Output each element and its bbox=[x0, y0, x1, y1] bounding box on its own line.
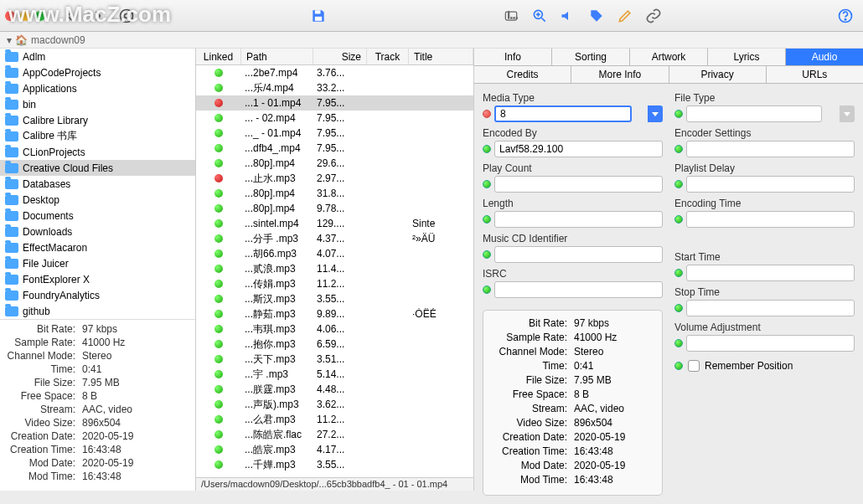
col-path[interactable]: Path bbox=[241, 49, 313, 64]
file-row[interactable]: ...1 - 01.mp47.95... bbox=[196, 95, 473, 111]
info-value: AAC, video bbox=[82, 404, 132, 417]
music-cd-input[interactable] bbox=[494, 246, 663, 263]
col-title[interactable]: Title bbox=[409, 49, 473, 64]
file-type-input[interactable] bbox=[686, 105, 822, 122]
tab-lyrics[interactable]: Lyrics bbox=[708, 49, 786, 65]
file-path: ...千嬅.mp3 bbox=[241, 458, 313, 472]
file-row[interactable]: ..._ - 01.mp47.95... bbox=[196, 126, 473, 141]
sidebar-folder-item[interactable]: Databases bbox=[0, 176, 195, 192]
col-track[interactable]: Track bbox=[367, 49, 409, 64]
file-row[interactable]: ...乐/4.mp433.2... bbox=[196, 80, 473, 95]
encoding-time-input[interactable] bbox=[686, 211, 855, 228]
isrc-input[interactable] bbox=[494, 281, 663, 298]
close-window-button[interactable] bbox=[5, 11, 15, 21]
sidebar-folder-item[interactable]: bin bbox=[0, 96, 195, 112]
sidebar-folder-item[interactable]: Applications bbox=[0, 80, 195, 96]
volume-adj-input[interactable] bbox=[686, 335, 855, 352]
file-row[interactable]: ...皓宸.mp34.17... bbox=[196, 442, 473, 457]
stop-time-input[interactable] bbox=[686, 300, 855, 316]
sidebar-folder-item[interactable]: Calibre Library bbox=[0, 112, 195, 128]
info-label: Stream: bbox=[7, 404, 75, 417]
zoom-window-button[interactable] bbox=[35, 11, 45, 21]
info-label: Channel Mode: bbox=[7, 350, 75, 363]
sidebar-folder-item[interactable]: AppCodeProjects bbox=[0, 64, 195, 80]
play-count-input[interactable] bbox=[494, 176, 663, 193]
sidebar-folder-item[interactable]: EffectMacaron bbox=[0, 239, 195, 255]
linked-led bbox=[214, 174, 223, 183]
sidebar-folder-item[interactable]: File Juicer bbox=[0, 255, 195, 271]
announce-icon[interactable] bbox=[556, 5, 581, 27]
tab-audio[interactable]: Audio bbox=[786, 49, 863, 65]
file-row[interactable]: ...朕霆.mp34.48... bbox=[196, 382, 473, 397]
remember-position-checkbox[interactable] bbox=[688, 360, 700, 372]
file-row[interactable]: ... - 02.mp47.95... bbox=[196, 111, 473, 126]
col-size[interactable]: Size bbox=[313, 49, 367, 64]
folder-icon bbox=[5, 68, 18, 78]
sidebar-folder-item[interactable]: Documents bbox=[0, 208, 195, 224]
link-icon[interactable] bbox=[641, 5, 666, 27]
encoded-by-input[interactable] bbox=[494, 141, 663, 157]
file-row[interactable]: ...2be7.mp43.76... bbox=[196, 65, 473, 80]
file-row[interactable]: ...分手 .mp34.37...²»ÄÜ bbox=[196, 231, 473, 246]
file-row[interactable]: ...80p].mp431.8... bbox=[196, 186, 473, 201]
encoding-time-led bbox=[674, 215, 683, 224]
back-button[interactable] bbox=[57, 5, 82, 27]
sidebar-folder-item[interactable]: Desktop bbox=[0, 192, 195, 208]
length-input[interactable] bbox=[494, 211, 663, 228]
tab-artwork[interactable]: Artwork bbox=[630, 49, 708, 65]
media-type-dropdown-button[interactable] bbox=[648, 105, 663, 122]
disc-icon[interactable] bbox=[114, 5, 139, 27]
encoder-settings-input[interactable] bbox=[686, 141, 855, 157]
file-row[interactable]: ...胡66.mp34.07... bbox=[196, 246, 473, 261]
zoom-in-icon[interactable] bbox=[527, 5, 552, 27]
file-row[interactable]: ...dfb4_.mp47.95... bbox=[196, 141, 473, 156]
file-row[interactable]: ...贰浪.mp311.4... bbox=[196, 261, 473, 276]
sidebar-folder-item[interactable]: Creative Cloud Files bbox=[0, 160, 195, 176]
col-linked[interactable]: Linked bbox=[196, 49, 241, 64]
tab-urls[interactable]: URLs bbox=[767, 66, 863, 83]
tab-credits[interactable]: Credits bbox=[474, 66, 571, 83]
media-type-input[interactable] bbox=[494, 105, 632, 122]
file-row[interactable]: ...抱你.mp36.59... bbox=[196, 337, 473, 352]
chevron-down-icon[interactable]: ▾ bbox=[7, 34, 12, 46]
file-row[interactable]: ...千嬅.mp33.55... bbox=[196, 457, 473, 472]
sidebar-folder-item[interactable]: FontExplorer X bbox=[0, 271, 195, 287]
file-row[interactable]: ...止水.mp32.97... bbox=[196, 171, 473, 186]
start-time-input[interactable] bbox=[686, 265, 855, 281]
file-row[interactable]: ...80p].mp429.6... bbox=[196, 156, 473, 171]
sidebar-folder-item[interactable]: Downloads bbox=[0, 224, 195, 239]
file-row[interactable]: ...sintel.mp4129....Sinte bbox=[196, 216, 473, 231]
playlist-delay-input[interactable] bbox=[686, 176, 855, 193]
text-icon[interactable]: I… bbox=[499, 5, 524, 27]
tab-info[interactable]: Info bbox=[474, 49, 552, 65]
help-icon[interactable] bbox=[833, 5, 858, 27]
sidebar-folder-item[interactable]: github bbox=[0, 303, 195, 319]
file-row[interactable]: ...天下.mp33.51... bbox=[196, 352, 473, 367]
file-row[interactable]: ...韦琪.mp34.06... bbox=[196, 321, 473, 337]
linked-led bbox=[214, 355, 223, 363]
edit-icon[interactable] bbox=[612, 5, 638, 27]
file-row[interactable]: ...斯汉.mp33.55... bbox=[196, 291, 473, 306]
file-row[interactable]: ...80p].mp49.78... bbox=[196, 201, 473, 216]
file-row[interactable]: ...静茹.mp39.89...·ÒËÉ bbox=[196, 306, 473, 321]
save-button[interactable] bbox=[306, 5, 331, 27]
info-label: Time: bbox=[7, 363, 75, 377]
tab-sorting[interactable]: Sorting bbox=[552, 49, 630, 65]
file-row[interactable]: ...么君.mp311.2... bbox=[196, 412, 473, 427]
file-row[interactable]: ...陈皓宸.flac27.2... bbox=[196, 427, 473, 442]
tab-more-info[interactable]: More Info bbox=[571, 66, 669, 83]
file-type-dropdown-button[interactable] bbox=[840, 105, 855, 122]
file-list-body[interactable]: ...2be7.mp43.76......乐/4.mp433.2......1 … bbox=[196, 65, 473, 477]
forward-button[interactable] bbox=[85, 5, 111, 27]
sidebar-folder-item[interactable]: Calibre 书库 bbox=[0, 128, 195, 144]
minimize-window-button[interactable] bbox=[20, 11, 30, 21]
sidebar-folder-item[interactable]: Adlm bbox=[0, 49, 195, 64]
sidebar-folder-item[interactable]: FoundryAnalytics bbox=[0, 287, 195, 303]
file-row[interactable]: ...传娟.mp311.2... bbox=[196, 276, 473, 291]
tab-privacy[interactable]: Privacy bbox=[669, 66, 767, 83]
file-row[interactable]: ...声版).mp33.62... bbox=[196, 397, 473, 412]
remember-position-led bbox=[674, 362, 683, 370]
tag-icon[interactable] bbox=[584, 5, 609, 27]
sidebar-folder-item[interactable]: CLionProjects bbox=[0, 144, 195, 160]
file-row[interactable]: ...宇 .mp35.14... bbox=[196, 367, 473, 382]
